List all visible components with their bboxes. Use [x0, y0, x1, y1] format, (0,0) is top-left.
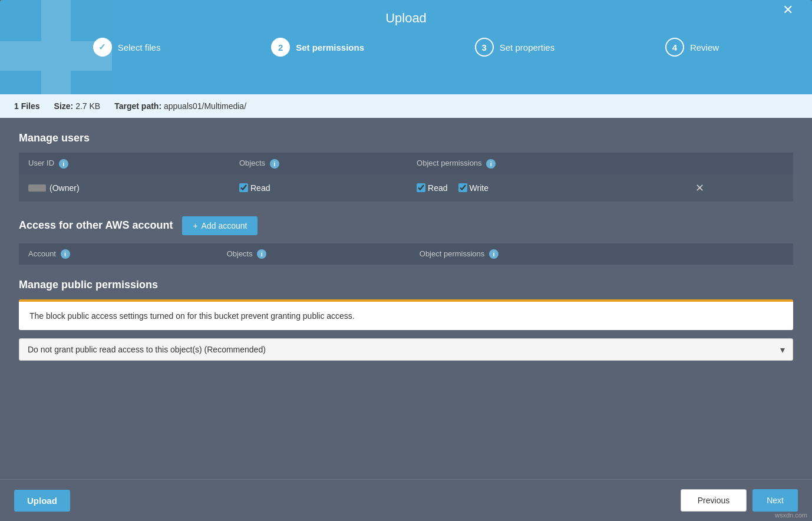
remove-cell: ✕ [681, 174, 793, 202]
step-3-circle: 3 [475, 38, 494, 57]
users-table-header-row: User ID i Objects i Object permissions i [19, 153, 793, 174]
previous-button[interactable]: Previous [681, 489, 747, 512]
public-access-dropdown-wrapper: Do not grant public read access to this … [19, 338, 793, 361]
warning-text: The block public access settings turned … [29, 311, 355, 321]
owner-avatar [28, 184, 46, 192]
upload-button[interactable]: Upload [14, 490, 70, 512]
modal: Upload ✕ ✓ Select files 2 Set permission… [0, 0, 812, 521]
public-access-dropdown[interactable]: Do not grant public read access to this … [19, 338, 793, 361]
perm-write-checkbox[interactable] [458, 183, 467, 192]
col-acc-actions [731, 243, 793, 265]
add-icon: + [193, 221, 197, 230]
objects-read-checkbox[interactable] [239, 183, 248, 192]
title-bar: Upload ✕ [14, 0, 798, 26]
public-perm-title: Manage public permissions [19, 279, 793, 291]
add-account-label: Add account [202, 221, 247, 230]
warning-box: The block public access settings turned … [19, 299, 793, 330]
col-account: Account i [19, 243, 217, 265]
perm-read-write-cell: Read Write [407, 174, 681, 202]
access-section-header: Access for other AWS account + Add accou… [19, 216, 793, 235]
col-acc-object-permissions: Object permissions i [410, 243, 731, 265]
step-4-label: Review [690, 42, 719, 52]
perm-write-label[interactable]: Write [458, 183, 488, 193]
step-4-circle: 4 [665, 38, 684, 57]
accounts-table-header-row: Account i Objects i Object permissions i [19, 243, 793, 265]
col-objects: Objects i [230, 153, 407, 174]
owner-cell: (Owner) [19, 174, 230, 202]
watermark: wsxdn.com [775, 512, 807, 519]
files-count: 1 Files [14, 101, 40, 111]
accounts-table: Account i Objects i Object permissions i [19, 243, 793, 265]
col-user-id: User ID i [19, 153, 230, 174]
manage-users-section: Manage users User ID i Objects i Objec [19, 132, 793, 202]
modal-content: Manage users User ID i Objects i Objec [0, 118, 812, 479]
file-info-bar: 1 Files Size: 2.7 KB Target path: appual… [0, 94, 812, 118]
next-button[interactable]: Next [752, 489, 798, 512]
step-3: 3 Set properties [475, 38, 554, 57]
acc-objects-info-icon: i [257, 249, 266, 259]
step-2: 2 Set permissions [271, 38, 364, 57]
user-id-info-icon: i [59, 159, 68, 169]
owner-label: (Owner) [49, 183, 80, 193]
add-account-button[interactable]: + Add account [182, 216, 258, 235]
table-row: (Owner) Read [19, 174, 793, 202]
modal-footer: Upload Previous Next [0, 479, 812, 521]
account-info-icon: i [61, 249, 70, 259]
users-table: User ID i Objects i Object permissions i [19, 153, 793, 202]
step-3-label: Set properties [500, 42, 554, 52]
owner-id-container: (Owner) [28, 183, 220, 193]
col-acc-objects: Objects i [217, 243, 410, 265]
modal-header: Upload ✕ ✓ Select files 2 Set permission… [0, 0, 812, 94]
perm-checkboxes: Read Write [417, 183, 672, 193]
aws-access-section: Access for other AWS account + Add accou… [19, 216, 793, 265]
access-section-title: Access for other AWS account [19, 219, 173, 232]
col-object-permissions: Object permissions i [407, 153, 793, 174]
public-perm-section: Manage public permissions The block publ… [19, 279, 793, 361]
objects-read-row: Read [239, 183, 398, 193]
objects-read-cell: Read [230, 174, 407, 202]
footer-right: Previous Next [681, 489, 798, 512]
object-perm-info-icon: i [486, 159, 496, 169]
step-2-circle: 2 [271, 38, 290, 57]
objects-info-icon: i [270, 159, 279, 169]
manage-users-title: Manage users [19, 132, 793, 144]
step-2-label: Set permissions [296, 42, 364, 52]
perm-read-checkbox[interactable] [417, 183, 425, 192]
step-4: 4 Review [665, 38, 719, 57]
target-path: Target path: appuals01/Multimedia/ [114, 101, 246, 111]
objects-read-label[interactable]: Read [239, 183, 270, 193]
acc-perm-info-icon: i [489, 249, 499, 259]
close-button[interactable]: ✕ [778, 0, 798, 20]
remove-owner-button[interactable]: ✕ [691, 182, 709, 194]
file-size: Size: 2.7 KB [54, 101, 101, 111]
modal-title: Upload [385, 11, 427, 26]
perm-read-label[interactable]: Read [417, 183, 447, 193]
